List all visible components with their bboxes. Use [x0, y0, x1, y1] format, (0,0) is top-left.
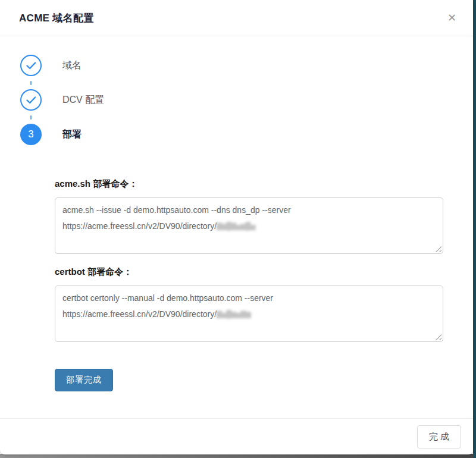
resize-handle-icon[interactable] [435, 246, 441, 252]
acme-command-line2: https://acme.freessl.cn/v2/DV90/director… [62, 218, 436, 235]
acme-command-url-prefix: https://acme.freessl.cn/v2/DV90/director… [62, 221, 217, 231]
step-2-circle [20, 89, 42, 111]
acme-command-label: acme.sh 部署命令： [55, 178, 443, 190]
modal-header: ACME 域名配置 ✕ [0, 0, 473, 36]
step-dcv-config: DCV 配置 [20, 89, 199, 111]
page-background-bottom [0, 454, 473, 458]
close-icon[interactable]: ✕ [445, 10, 459, 26]
check-icon [26, 96, 36, 104]
acme-command-line1: acme.sh --issue -d demo.httpsauto.com --… [62, 202, 436, 218]
redacted-token: ▇▅█▆▅▇▆ [217, 306, 250, 322]
step-deploy: 3 部署 [20, 124, 199, 145]
certbot-command-line1: certbot certonly --manual -d demo.httpsa… [62, 290, 436, 306]
certbot-command-label: certbot 部署命令： [55, 266, 443, 278]
acme-command-textarea[interactable]: acme.sh --issue -d demo.httpsauto.com --… [55, 197, 443, 254]
certbot-command-textarea[interactable]: certbot certonly --manual -d demo.httpsa… [55, 286, 443, 342]
step-3-circle: 3 [20, 124, 42, 145]
step-domain: 域名 [20, 55, 199, 76]
steps-wizard: 域名 DCV 配置 3 部署 [20, 55, 199, 145]
done-button[interactable]: 完成 [417, 425, 461, 448]
certbot-command-field: certbot 部署命令： certbot certonly --manual … [55, 266, 443, 342]
certbot-command-line2: https://acme.freessl.cn/v2/DV90/director… [62, 306, 436, 323]
page-background-right [473, 0, 476, 458]
step-1-label: 域名 [62, 59, 82, 72]
step-2-label: DCV 配置 [62, 94, 104, 106]
modal-footer: 完成 [0, 418, 473, 454]
step-connector [20, 76, 42, 89]
acme-command-field: acme.sh 部署命令： acme.sh --issue -d demo.ht… [55, 178, 443, 254]
resize-handle-icon[interactable] [435, 334, 441, 340]
modal-title: ACME 域名配置 [19, 11, 93, 25]
step-connector [20, 111, 42, 124]
step-3-label: 部署 [62, 128, 82, 141]
step-1-circle [20, 55, 42, 76]
redacted-token: ▇▆█▇▅▆█▅ [217, 218, 255, 234]
deploy-complete-button[interactable]: 部署完成 [55, 369, 113, 391]
acme-domain-config-modal: ACME 域名配置 ✕ 域名 DCV 配置 3 部署 [0, 0, 473, 454]
deploy-commands-section: acme.sh 部署命令： acme.sh --issue -d demo.ht… [55, 178, 443, 391]
check-icon [26, 62, 36, 70]
certbot-command-url-prefix: https://acme.freessl.cn/v2/DV90/director… [62, 309, 217, 319]
